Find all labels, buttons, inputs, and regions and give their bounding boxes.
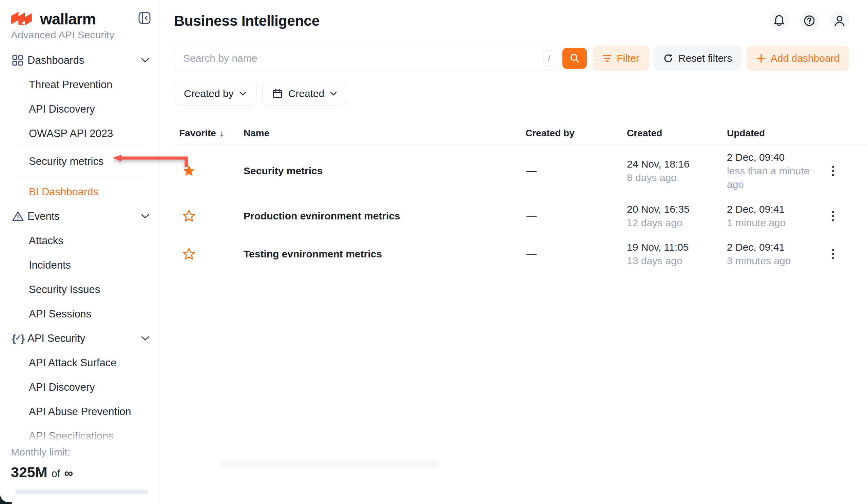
created-by-cell: — xyxy=(522,210,623,222)
dashboard-name[interactable]: Security metrics xyxy=(244,165,522,177)
sidebar-item-dashboards[interactable]: Dashboards xyxy=(0,48,159,73)
table-row[interactable]: Testing evnironment metrics — 19 Nov, 11… xyxy=(174,235,867,273)
dashboard-name[interactable]: Production evnironment metrics xyxy=(244,210,522,222)
sidebar-item-label: API Discovery xyxy=(29,381,95,394)
kebab-menu-icon[interactable] xyxy=(823,166,834,176)
usage-line: 325M of ∞ xyxy=(11,464,148,481)
plus-icon xyxy=(757,54,766,63)
sidebar-item-bi-dashboards[interactable]: BI Dashboards xyxy=(0,180,159,204)
search-icon xyxy=(569,53,580,64)
kebab-menu-icon[interactable] xyxy=(823,211,834,221)
star-outline-icon[interactable] xyxy=(182,248,196,260)
created-cell: 19 Nov, 11:05 13 days ago xyxy=(623,240,722,268)
brand-wordmark: wallarm xyxy=(40,10,96,28)
account-button[interactable] xyxy=(830,11,849,31)
star-outline-icon[interactable] xyxy=(182,210,196,223)
notifications-button[interactable] xyxy=(769,11,789,31)
created-by-dropdown-label: Created by xyxy=(184,88,234,99)
created-dropdown-label: Created xyxy=(288,88,325,99)
search-input[interactable] xyxy=(174,46,589,71)
updated-cell: 2 Dec, 09:40 less than a minute ago xyxy=(722,151,811,191)
sidebar-item-security-metrics[interactable]: Security metrics xyxy=(0,146,159,177)
sidebar-item-label: Events xyxy=(28,210,60,223)
created-relative: 12 days ago xyxy=(627,216,722,229)
sidebar-item-label: API Sessions xyxy=(29,308,91,320)
sidebar-item-label: Threat Prevention xyxy=(29,79,112,91)
reset-icon xyxy=(663,53,674,64)
updated-relative: 3 minutes ago xyxy=(727,254,811,268)
created-dropdown[interactable]: Created xyxy=(262,82,347,106)
usage-label: Monthly limit: xyxy=(11,446,148,458)
star-filled-icon[interactable] xyxy=(182,164,196,178)
column-header-created-by[interactable]: Created by xyxy=(522,128,623,139)
bell-icon xyxy=(773,14,785,27)
reset-filters-button[interactable]: Reset filters xyxy=(654,46,741,71)
search-button[interactable] xyxy=(563,48,587,69)
add-dashboard-button[interactable]: Add dashboard xyxy=(747,46,849,71)
calendar-icon xyxy=(272,88,283,99)
column-header-name[interactable]: Name xyxy=(244,128,522,139)
search-shortcut-badge: / xyxy=(543,51,555,66)
updated-cell: 2 Dec, 09:41 3 minutes ago xyxy=(722,240,811,268)
updated-cell: 2 Dec, 09:41 1 minute ago xyxy=(722,203,811,229)
updated-date: 2 Dec, 09:41 xyxy=(727,240,811,254)
table-header-row: Favorite ↓ Name Created by Created Updat… xyxy=(174,122,867,144)
toolbar: / Filter xyxy=(174,46,849,71)
sort-desc-icon: ↓ xyxy=(220,128,224,139)
sidebar-item-api-sessions[interactable]: API Sessions xyxy=(0,302,159,326)
sidebar-item-api-security[interactable]: {✓} API Security xyxy=(0,326,159,351)
column-header-favorite[interactable]: Favorite ↓ xyxy=(174,128,244,139)
sidebar-divider xyxy=(14,177,145,177)
created-by-cell: — xyxy=(522,165,623,177)
sidebar-item-owasp-api-2023[interactable]: OWASP API 2023 xyxy=(0,121,159,146)
sidebar-item-api-abuse-prevention[interactable]: API Abuse Prevention xyxy=(0,399,159,424)
dashboard-name[interactable]: Testing evnironment metrics xyxy=(244,248,522,260)
column-header-created[interactable]: Created xyxy=(623,128,722,139)
column-header-updated[interactable]: Updated xyxy=(722,128,823,139)
sidebar-item-label: OWASP API 2023 xyxy=(29,128,113,140)
table-row[interactable]: Production evnironment metrics — 20 Nov,… xyxy=(174,197,867,235)
sidebar-item-label: API Abuse Prevention xyxy=(29,406,131,418)
favorite-cell xyxy=(174,248,244,260)
filter-button[interactable]: Filter xyxy=(592,46,649,71)
sidebar-item-label: Security Issues xyxy=(29,283,100,296)
sidebar-item-label: Attacks xyxy=(29,235,63,247)
collapse-panel-icon xyxy=(138,11,151,25)
sidebar-item-attacks[interactable]: Attacks xyxy=(0,228,159,253)
usage-panel: Monthly limit: 325M of ∞ xyxy=(0,442,159,504)
filter-row: Created by Created xyxy=(174,82,867,106)
filter-button-label: Filter xyxy=(617,53,639,64)
sidebar-item-label: API Discovery xyxy=(29,103,95,115)
help-icon xyxy=(803,14,815,27)
sidebar-item-security-issues[interactable]: Security Issues xyxy=(0,277,159,302)
sidebar-item-events[interactable]: Events xyxy=(0,204,159,228)
app-root: wallarm Advanced API Security Dashboards xyxy=(0,0,867,504)
sidebar-item-label: BI Dashboards xyxy=(29,186,98,198)
kebab-menu-icon[interactable] xyxy=(823,249,834,259)
column-header-label: Favorite xyxy=(179,128,216,139)
created-cell: 20 Nov, 16:35 12 days ago xyxy=(623,203,722,229)
filter-icon xyxy=(602,54,612,62)
collapse-sidebar-button[interactable] xyxy=(137,10,152,26)
sidebar-item-api-attack-surface[interactable]: API Attack Surface xyxy=(0,351,159,375)
wallarm-logo-icon xyxy=(11,11,35,29)
sidebar-item-label: Security metrics xyxy=(29,156,104,168)
search-wrap: / xyxy=(174,46,589,71)
chevron-down-icon xyxy=(330,91,337,96)
sidebar-item-label: API Security xyxy=(28,332,85,345)
created-by-cell: — xyxy=(522,248,623,260)
sidebar-item-label: API Attack Surface xyxy=(29,357,116,369)
sidebar-item-api-discovery-2[interactable]: API Discovery xyxy=(0,375,159,399)
main-content: Business Intelligence xyxy=(160,0,867,504)
table-row[interactable]: Security metrics — 24 Nov, 18:16 8 days … xyxy=(174,144,867,197)
created-by-dropdown[interactable]: Created by xyxy=(174,82,256,106)
chevron-down-icon xyxy=(141,58,150,63)
sidebar-item-threat-prevention[interactable]: Threat Prevention xyxy=(0,73,159,97)
sidebar-item-label: Dashboards xyxy=(28,54,84,66)
sidebar-item-incidents[interactable]: Incidents xyxy=(0,253,159,277)
help-button[interactable] xyxy=(800,11,819,31)
created-date: 24 Nov, 18:16 xyxy=(627,157,722,171)
sidebar-item-api-discovery[interactable]: API Discovery xyxy=(0,97,159,121)
infinity-symbol: ∞ xyxy=(64,470,73,476)
brand-subtitle: Advanced API Security xyxy=(0,29,159,41)
